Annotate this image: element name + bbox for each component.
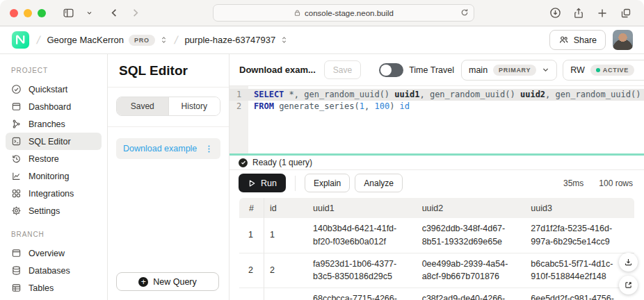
new-query-button[interactable]: + New Query [116,272,219,291]
query-title: Download exam... [239,65,316,75]
chevron-down-icon [542,66,549,74]
org-selector-icon[interactable] [160,35,168,44]
sidebar-item-roles[interactable]: Roles [6,297,102,300]
query-list-item[interactable]: Download example [116,138,220,159]
column-header-row-number[interactable]: # [239,198,264,218]
user-avatar[interactable] [613,30,633,50]
sidebar-item-label: Tables [29,283,54,293]
run-button[interactable]: Run [239,174,286,192]
sidebar-item-label: Settings [29,206,60,216]
table-cell: 6ee5dd2f-c981-4756-b277-0784be729d90 [525,288,634,300]
editor-toolbar: Download exam... Save Time Travel main P… [230,54,644,86]
sql-editor-panel: Download exam... Save Time Travel main P… [230,54,644,300]
sidebar-item-databases[interactable]: Databases [6,262,102,279]
active-badge: ACTIVE [590,65,634,76]
zoom-window-button[interactable] [38,9,46,17]
project-name: purple-haze-63747937 [184,35,275,45]
forward-button-icon[interactable] [127,5,143,22]
table-cell: c3962ddb-348f-4d67-8b51-19332d69e65e [417,218,526,253]
downloads-icon[interactable] [547,5,563,22]
sidebar-item-label: SQL Editor [29,137,71,147]
org-breadcrumb[interactable]: George MacKerron PRO [47,35,167,46]
reload-icon[interactable] [460,8,469,18]
table-cell: 0ee499ab-2939-4a54-a8cf-9b667b701876 [417,253,526,289]
saved-history-tabs: SavedHistory [116,97,220,116]
code-line[interactable]: 2FROM generate_series(1, 100) id [230,101,644,112]
kebab-menu-icon[interactable] [204,144,214,153]
people-icon [558,35,569,45]
sidebar-item-monitoring[interactable]: Monitoring [6,167,102,185]
monitoring-chart-icon [11,171,22,181]
table-row[interactable]: 3368ccbcca-7715-4266-b6c5-9f7a14ea6e5ec3… [239,288,634,300]
sidebar-item-label: Integrations [29,189,74,199]
table-cell: 2 [239,253,264,289]
code-text: FROM generate_series(1, 100) id [248,101,410,112]
sidebar-section-label: PROJECT [0,67,107,74]
explain-button[interactable]: Explain [305,174,350,192]
sidebar-item-label: Branches [29,119,65,129]
org-name: George MacKerron [47,35,124,45]
line-number: 2 [230,101,248,112]
browser-chrome: console-stage.neon.build [0,0,644,26]
minimize-window-button[interactable] [24,9,32,17]
branch-select[interactable]: main PRIMARY [461,60,557,81]
table-row[interactable]: 22fa9523d1-1b06-4377-b3c5-8350186d29c50e… [239,253,634,289]
browser-window: console-stage.neon.build [0,0,644,300]
project-breadcrumb[interactable]: purple-haze-63747937 [184,35,288,45]
neon-logo[interactable] [11,31,30,49]
sidebar-item-label: Dashboard [29,102,71,112]
tab-history[interactable]: History [168,97,220,115]
back-button-icon[interactable] [106,5,122,22]
time-travel-label: Time Travel [409,65,454,75]
sidebar-item-settings[interactable]: Settings [6,202,102,219]
code-line[interactable]: 1SELECT *, gen_random_uuid() uuid1, gen_… [230,89,644,101]
project-selector-icon[interactable] [280,35,288,44]
compute-select[interactable]: RW ACTIVE [563,60,644,81]
sidebar-item-dashboard[interactable]: Dashboard [6,98,102,115]
sidebar-toggle-icon[interactable] [60,5,77,22]
table-row[interactable]: 11140b3b4d-6421-41fd-bf20-f03e6b0a012fc3… [239,218,634,253]
column-header-uuid3[interactable]: uuid3 [525,198,634,218]
sidebar-item-quickstart[interactable]: Quickstart [6,81,102,98]
sidebar-item-branches[interactable]: Branches [6,115,102,133]
share-button[interactable]: Share [549,30,606,50]
breadcrumb-separator: / [173,34,179,47]
dashboard-icon [11,101,22,112]
analyze-button[interactable]: Analyze [355,174,403,192]
share-icon[interactable] [570,5,587,22]
integrations-icon [11,188,22,199]
gear-icon [11,206,22,216]
sidebar-item-label: Quickstart [29,85,67,94]
sidebar-item-restore[interactable]: Restore [6,150,102,167]
address-bar[interactable]: console-stage.neon.build [213,4,474,22]
table-cell: 3 [264,288,307,300]
sidebar-item-overview[interactable]: Overview [6,244,102,262]
tab-overview-icon[interactable] [618,5,634,22]
table-cell: b6cabc51-5f71-4d1c-910f-518844e2f148 [525,253,634,289]
pro-badge: PRO [129,35,155,46]
code-editor[interactable]: 1SELECT *, gen_random_uuid() uuid1, gen_… [230,86,644,153]
breadcrumb-separator: / [35,34,41,47]
results-table: #iduuid1uuid2uuid3 11140b3b4d-6421-41fd-… [239,198,634,300]
column-header-id[interactable]: id [264,198,307,218]
sidebar-item-sql-editor[interactable]: SQL Editor [6,133,102,150]
page-title: SQL Editor [108,54,229,88]
app-header: / George MacKerron PRO / purple-haze-637… [0,26,644,54]
tab-saved[interactable]: Saved [117,97,168,115]
table-cell: 140b3b4d-6421-41fd-bf20-f03e6b0a012f [307,218,417,253]
save-button[interactable]: Save [324,60,361,79]
column-header-uuid2[interactable]: uuid2 [417,198,526,218]
overview-icon [11,248,22,258]
download-results-button[interactable] [619,253,638,272]
chevron-down-icon[interactable] [81,5,97,22]
sidebar-item-integrations[interactable]: Integrations [6,185,102,202]
database-icon [11,265,22,276]
code-text: SELECT *, gen_random_uuid() uuid1, gen_r… [248,89,644,101]
new-tab-icon[interactable] [594,5,611,22]
close-window-button[interactable] [10,9,18,17]
sql-editor-icon [11,136,22,147]
column-header-uuid1[interactable]: uuid1 [307,198,417,218]
sidebar-item-tables[interactable]: Tables [6,279,102,297]
expand-results-button[interactable] [619,276,638,294]
time-travel-toggle[interactable] [379,63,403,77]
